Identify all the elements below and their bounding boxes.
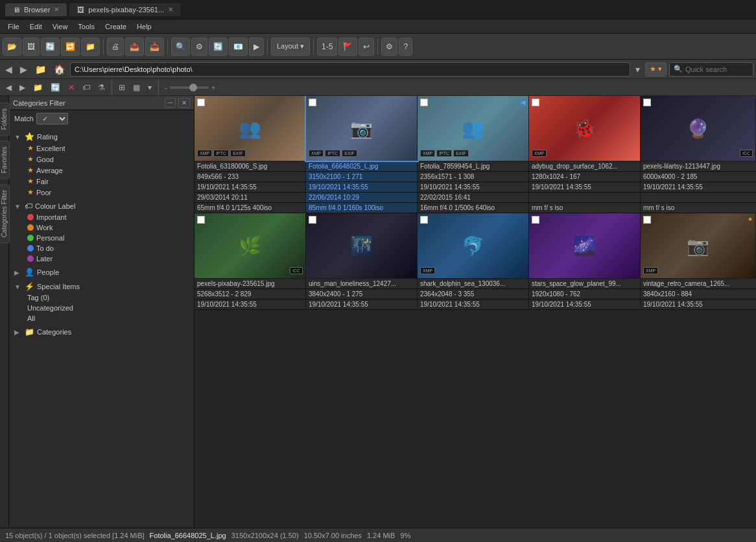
- image-cell-8[interactable]: 🐬 XMP: [418, 213, 529, 278]
- label-special: Special Items: [37, 283, 80, 290]
- image-cell-3[interactable]: 👥 ◀ XMP IPTC EXIF: [418, 96, 529, 161]
- image-cell-2[interactable]: 📷 XMP IPTC EXIF: [306, 96, 418, 161]
- tree-row-all[interactable]: All: [9, 313, 194, 324]
- view-tag[interactable]: 🏷: [79, 80, 93, 95]
- menu-tools[interactable]: Tools: [73, 21, 100, 32]
- home-btn[interactable]: 🏠: [51, 63, 67, 76]
- tree-row-excellent[interactable]: ★ Excellent: [9, 143, 194, 154]
- tree-row-special[interactable]: ▼ ⚡ Special Items: [9, 281, 194, 292]
- label-categories: Categories: [37, 328, 71, 336]
- expander-categories[interactable]: ▶: [14, 329, 22, 336]
- tree-row-tag0[interactable]: Tag (0): [9, 292, 194, 303]
- sync-btn[interactable]: 🔁: [61, 38, 80, 56]
- menu-view[interactable]: View: [47, 21, 73, 32]
- image-cell-5[interactable]: 🔮 ICC: [641, 96, 756, 161]
- sidebar-folders[interactable]: Folders: [0, 102, 10, 136]
- tree-row-colour-label[interactable]: ▼ 🏷 Colour Label: [9, 200, 194, 212]
- image-tab[interactable]: 🖼 pexels-pixabay-23561... ✕: [69, 3, 181, 16]
- search-btn[interactable]: 🔍: [171, 38, 190, 56]
- view-folder[interactable]: 📁: [30, 80, 46, 95]
- tree-row-rating[interactable]: ▼ ⭐ Rating: [9, 131, 194, 143]
- flag-btn[interactable]: 🚩: [338, 38, 357, 56]
- menu-file[interactable]: File: [3, 21, 25, 32]
- zoom-thumb[interactable]: [189, 84, 197, 91]
- import-btn[interactable]: 📥: [145, 38, 164, 56]
- image-row-1: 👥 XMP IPTC EXIF 📷 XMP IPTC EXIF: [195, 96, 756, 161]
- tree-item-people: ▶ 👤 People: [9, 265, 194, 279]
- layout-btn[interactable]: Layout ▾: [271, 38, 310, 56]
- info-row-2-name: pexels-pixabay-235615.jpg uins_man_lonel…: [195, 279, 756, 289]
- tree-row-good[interactable]: ★ Good: [9, 154, 194, 165]
- image-cell-10[interactable]: 📷 ★ XMP: [641, 213, 756, 278]
- send-btn[interactable]: 📧: [229, 38, 248, 56]
- expander-colour[interactable]: ▼: [14, 203, 22, 210]
- tree-row-important[interactable]: Important: [9, 212, 194, 222]
- convert-btn[interactable]: 🔄: [209, 38, 228, 56]
- tree-row-uncategorized[interactable]: Uncategorized: [9, 303, 194, 313]
- sidebar-favorites[interactable]: Favorites: [0, 141, 10, 179]
- settings-btn[interactable]: ⚙: [381, 38, 397, 56]
- search-input[interactable]: [685, 65, 750, 73]
- view-filter[interactable]: ⚗: [95, 80, 108, 95]
- view-options[interactable]: ▾: [145, 80, 155, 95]
- view-delete[interactable]: ✕: [65, 80, 78, 95]
- forward-btn[interactable]: ▶: [18, 63, 30, 76]
- tree-row-poor[interactable]: ★ Poor: [9, 187, 194, 198]
- slideshow-btn[interactable]: ▶: [249, 38, 264, 56]
- image-cell-6[interactable]: 🌿 ICC: [195, 213, 306, 278]
- address-dropdown[interactable]: ▾: [633, 63, 643, 76]
- expander-rating[interactable]: ▼: [14, 134, 22, 141]
- sidebar-categories-filter[interactable]: Categories Filter: [0, 184, 10, 243]
- tree-row-people[interactable]: ▶ 👤 People: [9, 266, 194, 278]
- help-btn[interactable]: ?: [399, 38, 412, 56]
- panel-minimize[interactable]: ─: [165, 98, 176, 108]
- dims-3: 2356x1571 - 1 308: [418, 172, 529, 182]
- browser-tab-close[interactable]: ✕: [54, 6, 59, 13]
- label-people: People: [37, 268, 59, 276]
- browser-tab[interactable]: 🖥 Browser ✕: [5, 3, 67, 16]
- address-input[interactable]: [70, 62, 630, 77]
- tree-row-average[interactable]: ★ Average: [9, 165, 194, 176]
- menu-create[interactable]: Create: [100, 21, 132, 32]
- new-folder-btn[interactable]: 📁: [81, 38, 100, 56]
- view-grid2[interactable]: ▦: [130, 80, 143, 95]
- view-prev[interactable]: ◀: [3, 80, 15, 95]
- filename-6: pexels-pixabay-235615.jpg: [195, 279, 306, 289]
- view-refresh[interactable]: 🔄: [47, 80, 64, 95]
- export-btn[interactable]: 📤: [125, 38, 144, 56]
- panel-close[interactable]: ✕: [178, 98, 190, 108]
- image-cell-9[interactable]: 🌌: [529, 213, 641, 278]
- browse-btn[interactable]: 🖼: [23, 38, 40, 56]
- refresh-btn[interactable]: 🔄: [41, 38, 60, 56]
- status-filename: Fotolia_66648025_L.jpg: [150, 532, 226, 539]
- image-cell-7[interactable]: 🌃: [306, 213, 418, 278]
- image-cell-4[interactable]: 🐞 XMP: [529, 96, 641, 161]
- tree-row-personal[interactable]: Personal: [9, 233, 194, 243]
- badge-xmp-3: XMP: [420, 150, 435, 157]
- view-grid[interactable]: ⊞: [115, 80, 128, 95]
- image-cell-1[interactable]: 👥 XMP IPTC EXIF: [195, 96, 306, 161]
- image-tab-close[interactable]: ✕: [168, 6, 173, 13]
- badge-iptc-3: IPTC: [436, 150, 452, 157]
- expander-special[interactable]: ▼: [14, 283, 22, 290]
- menu-edit[interactable]: Edit: [25, 21, 47, 32]
- tree-row-todo[interactable]: To do: [9, 243, 194, 253]
- print-btn[interactable]: 🖨: [107, 38, 124, 56]
- expander-people[interactable]: ▶: [14, 269, 22, 276]
- match-dropdown[interactable]: ✓ Any All: [36, 113, 68, 124]
- batch-btn[interactable]: ⚙: [191, 38, 207, 56]
- rotate-btn[interactable]: ↩: [359, 38, 374, 56]
- sort-btn[interactable]: 1-5: [317, 38, 337, 56]
- tree-row-categories[interactable]: ▶ 📁 Categories: [9, 326, 194, 338]
- view-next[interactable]: ▶: [16, 80, 29, 95]
- tree-row-fair[interactable]: ★ Fair: [9, 176, 194, 187]
- open-btn[interactable]: 📂: [3, 38, 21, 56]
- menu-help[interactable]: Help: [132, 21, 157, 32]
- dims-6: 5268x3512 - 2 829: [195, 289, 306, 299]
- favorites-btn[interactable]: ★ ▾: [645, 62, 667, 77]
- back-btn[interactable]: ◀: [3, 63, 15, 76]
- tree-row-later[interactable]: Later: [9, 253, 194, 264]
- up-btn[interactable]: 📁: [32, 63, 49, 76]
- tree-row-work[interactable]: Work: [9, 222, 194, 233]
- zoom-slider[interactable]: [170, 86, 209, 89]
